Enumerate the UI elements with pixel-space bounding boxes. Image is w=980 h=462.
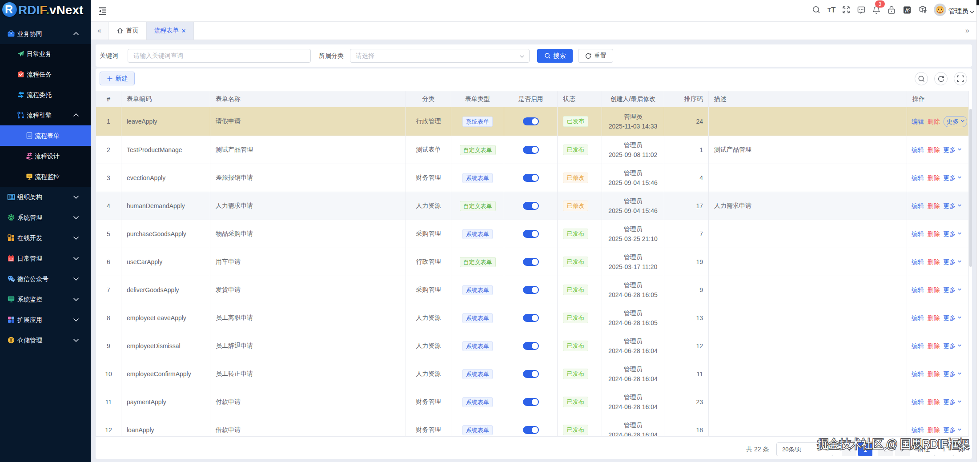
- svg-text:T: T: [827, 7, 831, 13]
- svg-text:A: A: [905, 8, 909, 14]
- svg-text:T: T: [831, 6, 836, 14]
